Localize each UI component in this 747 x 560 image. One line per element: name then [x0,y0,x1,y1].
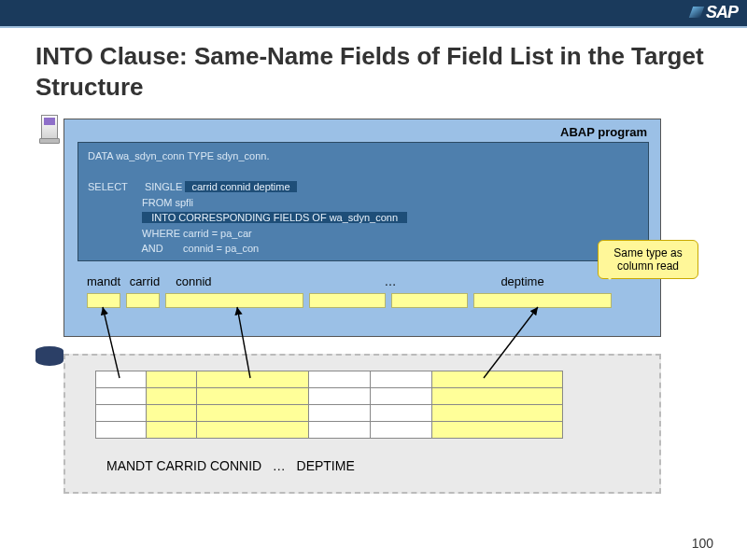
table-row [96,388,563,405]
col-label: deptime [467,274,579,288]
table-row [96,405,563,422]
code-box: DATA wa_sdyn_conn TYPE sdyn_conn. SELECT… [78,142,649,261]
database-panel: MANDT CARRID CONNID … DEPTIME [63,354,661,494]
page-number: 100 [692,536,713,551]
col-label: mandt [87,274,126,288]
code-line: SELECT SINGLE carrid connid deptime [88,179,639,195]
code-line: WHERE carrid = pa_car [88,226,639,242]
struct-cell-connid [165,293,303,308]
table-row [96,422,563,439]
table-row [96,371,563,388]
struct-cell-deptime [473,293,612,308]
app-server-icon [39,115,60,148]
code-line: DATA wa_sdyn_conn TYPE sdyn_conn. [88,148,639,164]
code-line: AND connid = pa_con [88,241,639,257]
highlight-fieldlist: carrid connid deptime [185,181,296,192]
db-table [95,371,563,439]
code-blank [88,164,639,180]
struct-cell-carrid [126,293,160,308]
col-label: connid [176,274,314,288]
code-line: INTO CORRESPONDING FIELDS OF wa_sdyn_con… [88,210,639,226]
struct-cell-extra1 [309,293,386,308]
sap-logo: SAP [706,3,738,22]
callout-same-type: Same type as column read [598,240,698,279]
code-line: FROM spfli [88,195,639,211]
structure-row [87,293,612,308]
panel-label: ABAP program [560,125,647,139]
col-label: carrid [130,274,173,288]
diagram-stage: ABAP program DATA wa_sdyn_conn TYPE sdyn… [19,109,728,557]
highlight-into: INTO CORRESPONDING FIELDS OF wa_sdyn_con… [142,212,407,223]
database-icon [35,346,63,371]
structure-labels: mandt carrid connid … deptime [87,274,658,288]
struct-cell-extra2 [391,293,468,308]
header-bar: SAP [0,0,747,26]
col-label: … [317,274,463,288]
abap-program-panel: ABAP program DATA wa_sdyn_conn TYPE sdyn… [63,119,661,337]
struct-cell-mandt [87,293,120,308]
db-col-labels: MANDT CARRID CONNID … DEPTIME [106,458,355,473]
page-title: INTO Clause: Same-Name Fields of Field L… [0,28,747,109]
